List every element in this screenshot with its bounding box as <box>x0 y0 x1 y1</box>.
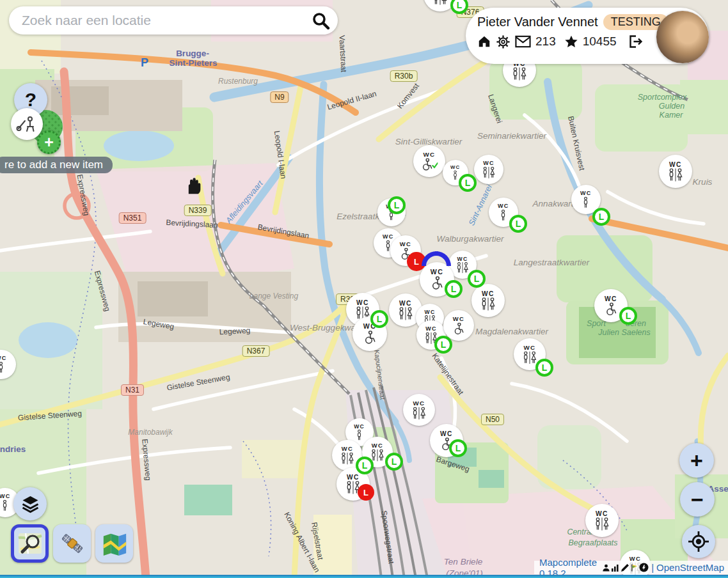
wc-marker[interactable]: WC <box>471 284 505 317</box>
user-name[interactable]: Pieter Vander Vennet <box>477 15 598 29</box>
wc-marker[interactable]: WC <box>403 394 435 426</box>
map-label: Brugge- <box>176 49 209 58</box>
arc-marker[interactable] <box>422 251 451 266</box>
map-label: Koning Albert I-laan <box>282 510 322 574</box>
open-hours-badge[interactable]: L <box>388 196 406 214</box>
open-hours-badge[interactable]: L <box>449 439 467 457</box>
message-count[interactable]: 213 <box>535 35 556 49</box>
osm-copyright-icon[interactable] <box>639 563 649 572</box>
map-label: Sportcomplex <box>638 93 686 102</box>
open-hours-badge[interactable]: L <box>619 307 637 325</box>
bottom-accent-strip <box>0 575 728 578</box>
map-label: Katelijnestraat <box>430 352 465 396</box>
wc-marker[interactable]: WC <box>443 310 474 341</box>
road-ref-badge: R30b <box>390 70 418 82</box>
wc-marker[interactable]: WC <box>659 155 692 188</box>
open-hours-badge[interactable]: L <box>445 280 463 298</box>
open-hours-badge[interactable]: L <box>370 310 388 328</box>
map-label: Leopold II-laan <box>326 89 377 111</box>
map-label: Legeweg <box>143 317 175 331</box>
map-label: Bargeweg <box>435 455 471 474</box>
osm-link[interactable]: OpenStreetMap <box>656 562 724 573</box>
map-label: Afleidingsvaart <box>224 179 264 225</box>
open-hours-badge[interactable]: L <box>592 208 610 226</box>
style-satellite-button[interactable] <box>53 524 91 563</box>
open-hours-badge[interactable]: L <box>509 215 527 233</box>
zoom-out-button[interactable]: − <box>680 482 715 517</box>
open-hours-badge[interactable]: L <box>434 336 452 354</box>
open-hours-badge[interactable]: L <box>459 174 477 192</box>
map-label: Bevrijdingslaan <box>166 218 218 230</box>
map-magnifier-icon <box>17 530 44 557</box>
zoom-in-button[interactable]: + <box>679 443 714 478</box>
gear-icon[interactable] <box>496 35 510 49</box>
satellite-icon <box>59 530 86 557</box>
road-ref-badge: N31 <box>121 384 144 396</box>
road-ref-badge: N339 <box>184 205 212 216</box>
road-ref-badge: N351 <box>119 212 146 224</box>
wc-marker[interactable]: WC <box>585 504 619 537</box>
theme-flag-icon[interactable] <box>630 563 638 572</box>
map-label: Julien Saelens <box>598 328 650 337</box>
map-label: Spoorwegstraat <box>379 510 396 564</box>
open-hours-badge[interactable]: L <box>356 457 374 474</box>
folded-map-icon <box>101 531 128 556</box>
search-bar <box>9 6 338 35</box>
attribution-separator: | <box>651 562 654 573</box>
map-label: Buiten Kruisvest <box>566 115 587 171</box>
map-label: P <box>141 56 148 70</box>
open-hours-badge[interactable]: L <box>468 270 486 288</box>
map-label: Komvest <box>395 81 421 110</box>
road-ref-badge: N9 <box>270 91 289 103</box>
map-label: Expressweg <box>75 174 91 217</box>
map-label: Kapucijnenstraat <box>373 349 386 400</box>
wc-marker[interactable]: WC <box>0 350 16 379</box>
style-osm-button[interactable] <box>95 524 133 563</box>
map-label: Begraafplaats <box>568 538 617 547</box>
road-ref-badge: N50 <box>481 414 504 425</box>
map-label: Vaartstraat <box>337 35 348 72</box>
search-input[interactable] <box>20 12 307 29</box>
basemap-style-switcher <box>11 524 133 563</box>
map-label: Ten Briele <box>444 557 482 566</box>
map-label: Expressweg <box>140 439 153 481</box>
star-icon <box>564 35 578 49</box>
edit-pencil-icon[interactable] <box>621 563 629 572</box>
map-label: Bevrijdingslaan <box>257 223 310 240</box>
open-hours-badge[interactable]: L <box>535 359 553 377</box>
add-item-tooltip: re to add a new item <box>0 157 113 173</box>
layers-button[interactable] <box>13 487 47 520</box>
map-label: Langerei <box>486 93 504 125</box>
attribution-bar: Mapcomplete 0.18.2 | OpenStreetMap <box>534 561 728 574</box>
map-label: Walburgakwartier <box>437 234 504 244</box>
home-icon[interactable] <box>477 35 491 49</box>
map-label: Legeweg <box>219 326 250 337</box>
map-label: Gulden <box>659 102 684 111</box>
map-label: Leopold I-laan <box>273 130 288 179</box>
road-ref-badge: N367 <box>242 345 270 357</box>
map-label: Lange Vesting <box>249 292 298 301</box>
add-item-button[interactable]: + <box>37 130 61 154</box>
search-icon[interactable] <box>311 11 330 30</box>
map-overlays: Brugge-Sint-PietersRustenburgVaartstraat… <box>0 0 728 578</box>
layers-icon <box>20 494 40 513</box>
closed-hours-badge[interactable]: L <box>358 484 374 501</box>
wc-marker[interactable]: WC <box>413 145 445 177</box>
mappers-icon[interactable] <box>602 563 610 572</box>
map-label: Gistelse Steenweg <box>166 372 231 392</box>
wc-marker[interactable]: WC <box>474 155 503 184</box>
style-map-button[interactable] <box>11 524 49 563</box>
geolocate-button[interactable] <box>682 525 715 558</box>
changeset-count[interactable]: 10455 <box>583 35 617 49</box>
map-label: Rijselstraat <box>310 522 325 561</box>
messages-icon[interactable] <box>515 35 531 48</box>
map-label: Gistelse Steenweg <box>18 409 83 423</box>
map-label: Kamer <box>660 111 683 120</box>
map-label: Sint-Pieters <box>169 58 217 68</box>
open-hours-badge[interactable]: L <box>385 453 403 471</box>
logout-icon[interactable] <box>628 34 643 49</box>
theme-icon[interactable] <box>11 108 43 140</box>
stats-icon[interactable] <box>611 563 620 572</box>
map-label: ndries <box>0 444 26 454</box>
user-avatar[interactable] <box>656 11 709 63</box>
